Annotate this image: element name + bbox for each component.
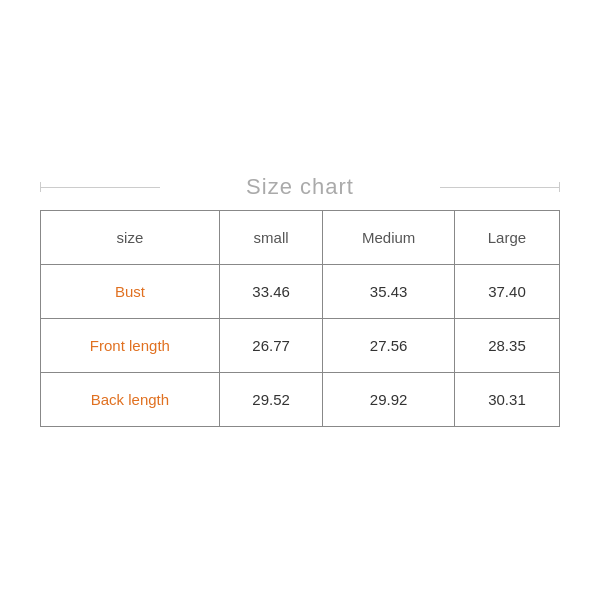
table-row: Front length 26.77 27.56 28.35 (41, 318, 560, 372)
table-header-row: size small Medium Large (41, 210, 560, 264)
bust-small: 33.46 (219, 264, 323, 318)
chart-title-area: Size chart (40, 174, 560, 200)
chart-container: Size chart size small Medium Large Bust … (40, 174, 560, 427)
back-length-small: 29.52 (219, 372, 323, 426)
back-length-medium: 29.92 (323, 372, 455, 426)
header-large: Large (454, 210, 559, 264)
title-line-right (440, 187, 560, 188)
front-length-medium: 27.56 (323, 318, 455, 372)
row-label-bust: Bust (41, 264, 220, 318)
row-label-back-length: Back length (41, 372, 220, 426)
title-line-left (40, 187, 160, 188)
header-small: small (219, 210, 323, 264)
table-row: Bust 33.46 35.43 37.40 (41, 264, 560, 318)
size-table: size small Medium Large Bust 33.46 35.43… (40, 210, 560, 427)
header-medium: Medium (323, 210, 455, 264)
chart-title: Size chart (246, 174, 354, 200)
bust-medium: 35.43 (323, 264, 455, 318)
front-length-large: 28.35 (454, 318, 559, 372)
table-row: Back length 29.52 29.92 30.31 (41, 372, 560, 426)
row-label-front-length: Front length (41, 318, 220, 372)
header-size: size (41, 210, 220, 264)
front-length-small: 26.77 (219, 318, 323, 372)
bust-large: 37.40 (454, 264, 559, 318)
back-length-large: 30.31 (454, 372, 559, 426)
